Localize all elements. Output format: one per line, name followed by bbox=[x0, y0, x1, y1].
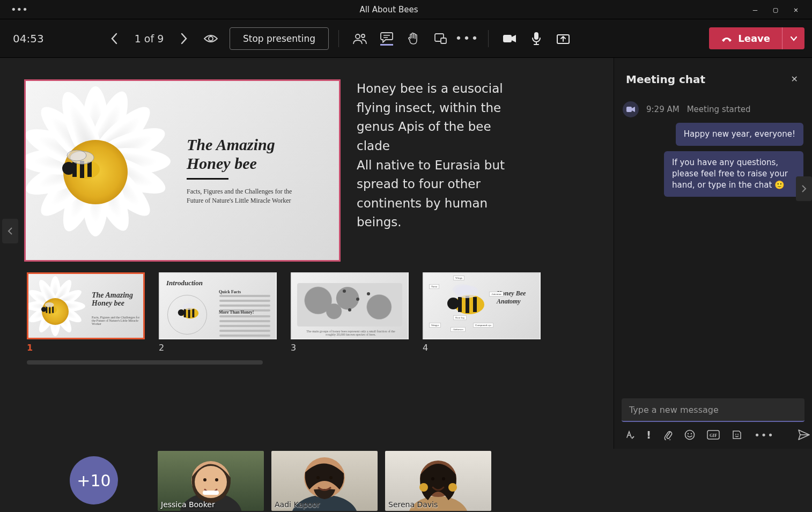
svg-point-53 bbox=[316, 476, 320, 479]
chat-title: Meeting chat bbox=[626, 73, 789, 86]
meeting-timer: 04:53 bbox=[8, 32, 56, 45]
priority-button[interactable]: ! bbox=[646, 428, 651, 441]
prev-slide-button[interactable] bbox=[103, 27, 126, 50]
more-compose-button[interactable]: ••• bbox=[754, 429, 774, 441]
app-menu-button[interactable]: ••• bbox=[2, 2, 36, 17]
slide-subtitle: Facts, Figures and the Challenges for th… bbox=[187, 187, 310, 205]
close-chat-button[interactable]: ✕ bbox=[789, 72, 800, 86]
thumbnail-1[interactable]: The Amazing Honey bee Facts, Figures and… bbox=[27, 272, 145, 339]
svg-rect-50 bbox=[203, 491, 219, 495]
sticker-icon bbox=[732, 429, 742, 440]
svg-rect-6 bbox=[441, 38, 446, 43]
slide-title-line1: The Amazing bbox=[187, 136, 275, 153]
svg-point-59 bbox=[419, 483, 428, 492]
thumbnail-3[interactable]: The main groups of honey bees represent … bbox=[291, 272, 409, 339]
svg-rect-31 bbox=[466, 296, 469, 313]
svg-point-58 bbox=[442, 477, 445, 480]
notes-p2: All native to Eurasia but spread to four… bbox=[357, 156, 523, 233]
chevron-right-icon bbox=[801, 184, 807, 193]
pan-right-button[interactable] bbox=[796, 176, 812, 201]
more-participants-badge[interactable]: +10 bbox=[70, 456, 118, 504]
thumb-title: Introduction bbox=[166, 279, 203, 287]
leave-more-button[interactable] bbox=[782, 27, 804, 49]
participant-tile[interactable]: Serena Davis bbox=[385, 451, 491, 511]
compose-input[interactable]: Type a new message bbox=[622, 398, 804, 422]
hand-icon bbox=[408, 32, 419, 45]
share-button[interactable] bbox=[552, 27, 574, 50]
thumb-number: 4 bbox=[423, 343, 541, 353]
chat-message[interactable]: Happy new year, everyone! bbox=[676, 123, 803, 146]
svg-point-60 bbox=[448, 483, 457, 492]
notes-p1: Honey bee is a eusocial flying insect, w… bbox=[357, 79, 523, 156]
emoji-icon bbox=[684, 429, 695, 440]
rule bbox=[187, 178, 228, 180]
meeting-toolbar: 04:53 1 of 9 Stop presenting ••• bbox=[0, 19, 812, 58]
rooms-button[interactable] bbox=[429, 27, 452, 50]
participant-tile[interactable]: Jessica Booker bbox=[158, 451, 264, 511]
compose-toolbar: ! GIF ••• bbox=[622, 422, 804, 442]
svg-point-21 bbox=[41, 307, 46, 311]
svg-point-54 bbox=[329, 476, 333, 479]
svg-rect-20 bbox=[52, 307, 54, 313]
chat-icon bbox=[380, 31, 393, 46]
participant-name: Aadi Kapoor bbox=[275, 500, 320, 509]
thumbnail-strip: The Amazing Honey bee Facts, Figures and… bbox=[0, 272, 614, 368]
bee-icon bbox=[55, 148, 104, 185]
breakout-rooms-icon bbox=[434, 33, 447, 44]
title-bar: ••• All About Bees — ▢ ✕ bbox=[0, 0, 812, 19]
flower-graphic bbox=[24, 79, 187, 253]
maximize-button[interactable]: ▢ bbox=[770, 5, 781, 14]
svg-point-2 bbox=[361, 34, 365, 38]
thumb-number: 2 bbox=[159, 343, 277, 353]
participant-tile[interactable]: Aadi Kapoor bbox=[271, 451, 378, 511]
mic-toggle-button[interactable] bbox=[525, 27, 548, 50]
chevron-left-icon bbox=[8, 227, 13, 235]
chat-message[interactable]: If you have any questions, please feel f… bbox=[664, 151, 803, 197]
thumbnail-scrollbar[interactable] bbox=[27, 360, 263, 365]
thumbnail-4[interactable]: Honey Bee Anatomy Torso Wings Antennae S… bbox=[423, 272, 541, 339]
gif-button[interactable]: GIF bbox=[707, 430, 720, 440]
participants-button[interactable] bbox=[349, 27, 371, 50]
chevron-left-icon bbox=[110, 33, 118, 44]
format-button[interactable] bbox=[625, 430, 634, 440]
slide-nav: 1 of 9 bbox=[103, 27, 195, 50]
close-window-button[interactable]: ✕ bbox=[791, 5, 801, 14]
minimize-button[interactable]: — bbox=[750, 5, 761, 14]
gif-icon: GIF bbox=[707, 430, 720, 440]
svg-point-33 bbox=[447, 298, 459, 309]
attach-button[interactable] bbox=[663, 429, 673, 440]
presenter-view-button[interactable] bbox=[200, 27, 222, 50]
chat-button[interactable] bbox=[375, 27, 398, 50]
svg-point-16 bbox=[67, 150, 86, 161]
chevron-down-icon bbox=[790, 36, 798, 41]
thumbnail-2[interactable]: Introduction Quick Facts More Than Honey… bbox=[159, 272, 277, 339]
participant-strip: +10 Jessica Booker Aadi Kapoor Serena Da… bbox=[0, 449, 812, 512]
meeting-icon bbox=[623, 101, 639, 117]
next-slide-button[interactable] bbox=[173, 27, 195, 50]
sticker-button[interactable] bbox=[732, 429, 742, 440]
leave-button-group: Leave bbox=[709, 27, 804, 49]
raise-hand-button[interactable] bbox=[402, 27, 425, 50]
slide-with-notes: The Amazing Honey bee Facts, Figures and… bbox=[0, 58, 614, 272]
svg-rect-36 bbox=[626, 107, 632, 112]
format-icon bbox=[625, 430, 634, 440]
slide-title-line2: Honey bee bbox=[187, 154, 257, 172]
camera-toggle-button[interactable] bbox=[498, 27, 521, 50]
leave-button[interactable]: Leave bbox=[709, 27, 782, 49]
svg-point-39 bbox=[691, 433, 692, 434]
svg-point-38 bbox=[688, 433, 689, 434]
share-screen-icon bbox=[556, 33, 570, 44]
current-slide[interactable]: The Amazing Honey bee Facts, Figures and… bbox=[24, 79, 341, 262]
slide-text: The Amazing Honey bee Facts, Figures and… bbox=[187, 136, 310, 205]
svg-point-35 bbox=[453, 284, 472, 295]
more-actions-button[interactable]: ••• bbox=[456, 27, 478, 50]
camera-icon bbox=[503, 34, 516, 43]
emoji-button[interactable] bbox=[684, 429, 695, 440]
send-icon bbox=[798, 429, 810, 440]
leave-label: Leave bbox=[738, 33, 770, 44]
stop-presenting-button[interactable]: Stop presenting bbox=[230, 27, 329, 50]
send-button[interactable] bbox=[798, 429, 810, 440]
slide-counter: 1 of 9 bbox=[133, 33, 165, 44]
pan-left-button[interactable] bbox=[2, 219, 18, 243]
thumb-number: 3 bbox=[291, 343, 409, 353]
